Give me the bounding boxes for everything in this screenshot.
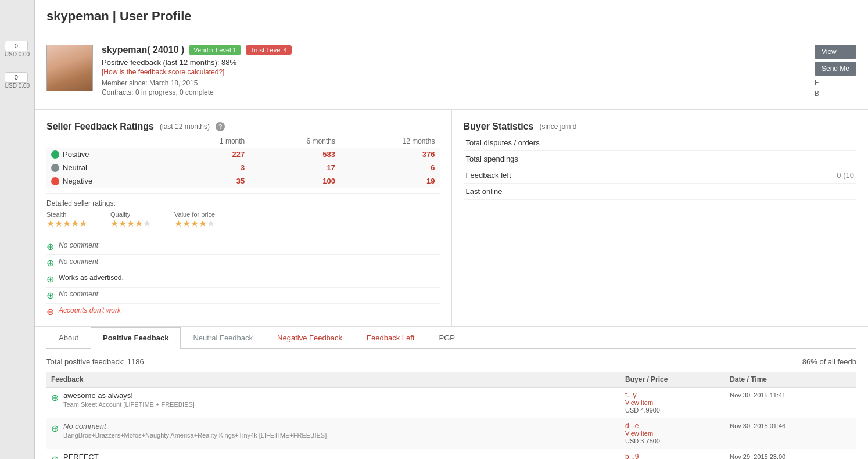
positive-icon: ⊕ [51,454,59,459]
ratings-table: 1 month 6 months 12 months Positive [46,135,440,188]
buyer-name-2[interactable]: d...e [625,422,639,430]
value-label: Value for price [174,211,215,218]
buyer-name-1[interactable]: t...y [625,391,636,399]
col-buyer-price: Buyer / Price [620,372,725,388]
date-2: Nov 30, 2015 01:46 [730,422,785,429]
table-row: ⊕ awesome as always! Team Skeet Account … [46,388,856,418]
neutral-6months: 17 [249,161,340,174]
feedback-sub-1: Team Skeet Account [LIFETIME + FREEBIES] [63,401,195,408]
buyer-section-title: Buyer Statistics (since join d [464,121,857,132]
feedback-left-value: 0 (10 [771,167,856,184]
quality-label: Quality [110,211,151,218]
feedback-section: Total positive feedback: 1186 86% of all… [35,349,868,459]
neutral-1month: 3 [167,161,249,174]
comment-text: No comment [59,257,98,266]
view-button[interactable]: View [815,45,856,59]
stealth-stars: Stealth ★★★★★ [46,211,87,229]
seller-section: Seller Feedback Ratings (last 12 months)… [46,110,452,326]
tab-feedback-left[interactable]: Feedback Left [354,327,426,348]
profile-info: skypeman( 24010 ) Vendor Level 1 Trust L… [102,45,806,96]
comment-text: No comment [59,290,98,298]
stealth-label: Stealth [46,211,87,218]
detailed-ratings-section: Detailed seller ratings: Stealth ★★★★★ Q… [46,193,440,229]
positive-icon: ⊕ [51,423,59,434]
feedback-cell-1: ⊕ awesome as always! Team Skeet Account … [46,388,620,418]
negative-6months: 100 [249,174,340,188]
tab-about[interactable]: About [46,327,91,348]
detailed-label: Detailed seller ratings: [46,199,116,207]
feedback-cell-2: ⊕ No comment BangBros+Brazzers+Mofos+Nau… [46,418,620,449]
feedback-left-label: Feedback left [464,167,771,184]
tab-negative-feedback[interactable]: Negative Feedback [265,327,354,348]
value-stars-display: ★★★★★ [174,218,215,229]
send-message-button[interactable]: Send Me [815,62,856,76]
profile-actions: View Send Me F B [815,45,856,98]
list-item: ⊖ Accounts don't work [46,304,440,320]
buyer-name-3[interactable]: b...9 [625,453,639,459]
date-cell-3: Nov 29, 2015 23:00 [725,449,856,460]
feedback-percentage: Positive feedback (last 12 months): 88% [102,58,806,67]
spendings-value [771,151,856,167]
list-item: ⊕ Works as advertised. [46,271,440,288]
negative-dot [51,177,59,185]
trust-badge: Trust Level 4 [246,45,292,55]
negative-12months: 19 [340,174,440,188]
quality-stars: Quality ★★★★★ [110,211,151,229]
comment-text: Works as advertised. [59,274,124,282]
buyer-stats-table: Total disputes / orders Total spendings … [464,135,857,200]
comment-list: ⊕ No comment ⊕ No comment ⊕ Works as adv… [46,235,440,320]
disputes-label: Total disputes / orders [464,135,771,151]
feedback-sub-2: BangBros+Brazzers+Mofos+Naughty America+… [63,432,327,439]
value-stars: Value for price ★★★★★ [174,211,215,229]
sidebar-items: 0 USD 0.00 0 USD 0.00 [0,0,34,95]
disputes-value [771,135,856,151]
avatar [46,45,93,91]
price-1: USD 4.9900 [625,407,660,414]
col-date-time: Date / Time [725,372,856,388]
view-item-1[interactable]: View Item [625,399,720,406]
total-positive-feedback: Total positive feedback: 1186 [46,357,144,366]
date-cell-2: Nov 30, 2015 01:46 [725,418,856,449]
date-1: Nov 30, 2015 11:41 [730,392,785,399]
member-since: Member since: March 18, 2015 [102,79,806,87]
table-row: Neutral 3 17 6 [46,161,440,174]
help-icon[interactable]: ? [216,122,225,131]
sidebar-amount-1: USD 0.00 [5,51,30,58]
tabs-nav: About Positive Feedback Neutral Feedback… [46,327,856,349]
col-1month: 1 month [167,135,249,148]
buyer-section: Buyer Statistics (since join d Total dis… [452,110,857,326]
feedback-main-2: No comment [63,422,327,431]
action-f: F [815,78,856,87]
positive-12months: 376 [340,148,440,161]
last-online-value [771,184,856,200]
sidebar-amount-2: USD 0.00 [5,83,30,89]
star-categories: Stealth ★★★★★ Quality ★★★★★ Value for pr… [46,211,440,229]
profile-section: skypeman( 24010 ) Vendor Level 1 Trust L… [35,33,868,110]
col-feedback: Feedback [46,372,620,388]
contracts: Contracts: 0 in progress, 0 complete [102,88,806,96]
spendings-label: Total spendings [464,151,771,167]
negative-label: Negative [63,177,92,185]
feedback-calc-link[interactable]: [How is the feedback score calculated?] [102,68,806,76]
feedback-summary: Total positive feedback: 1186 86% of all… [46,354,856,372]
tab-neutral-feedback[interactable]: Neutral Feedback [181,327,265,348]
stealth-stars-display: ★★★★★ [46,218,87,229]
profile-name-row: skypeman( 24010 ) Vendor Level 1 Trust L… [102,45,806,55]
table-row: Negative 35 100 19 [46,174,440,188]
negative-icon: ⊖ [46,306,54,317]
page-header: skypeman | User Profile [35,0,868,33]
positive-icon: ⊕ [46,274,54,285]
vendor-badge: Vendor Level 1 [189,45,241,55]
tab-pgp[interactable]: PGP [426,327,467,348]
view-item-2[interactable]: View Item [625,430,720,437]
buyer-price-cell-1: t...y View Item USD 4.9900 [620,388,725,418]
positive-icon: ⊕ [46,290,54,301]
neutral-12months: 6 [340,161,440,174]
page-title: skypeman | User Profile [46,9,856,24]
feedback-cell-3: ⊕ PERFECT DDF Network [LIFETIME + FREEBI… [46,449,620,460]
col-6months: 6 months [249,135,340,148]
sidebar-counter-1: 0 [5,41,28,51]
feedback-pct-right: 86% of all feedb [802,357,856,366]
feedback-main-1: awesome as always! [63,391,195,400]
tab-positive-feedback[interactable]: Positive Feedback [91,327,181,349]
